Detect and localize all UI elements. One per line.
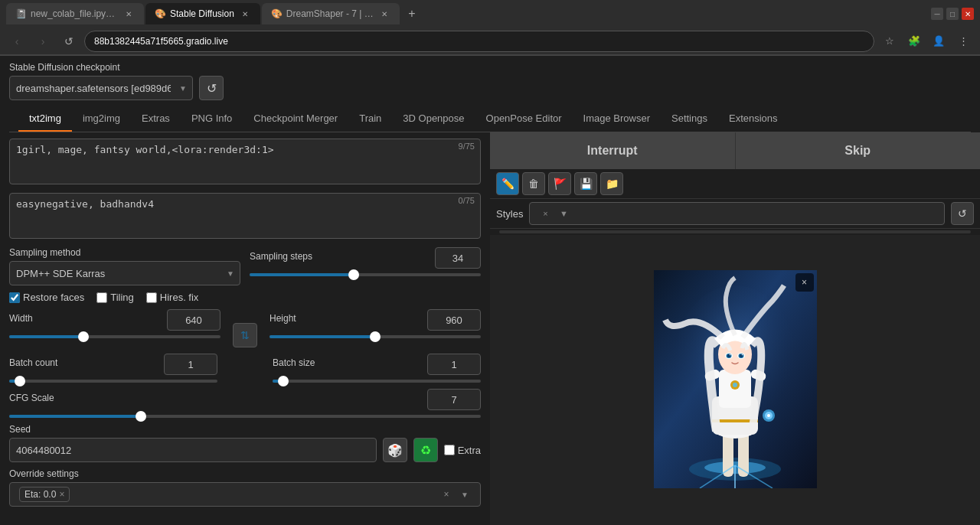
sampling-steps-label: Sampling steps — [250, 251, 312, 262]
edit-toolbar-button[interactable]: ✏️ — [496, 172, 519, 195]
checkpoint-select-wrapper: dreamshaper.safetensors [ed989d673d] — [9, 76, 193, 100]
styles-input[interactable]: × ▼ — [529, 202, 945, 225]
checkpoint-select[interactable]: dreamshaper.safetensors [ed989d673d] — [9, 76, 193, 100]
width-value[interactable]: 640 — [167, 309, 220, 331]
swap-dimensions-button[interactable]: ⇅ — [233, 323, 257, 347]
address-bar[interactable]: 88b1382445a71f5665.gradio.live — [84, 31, 874, 52]
seed-recycle-button[interactable]: ♻ — [413, 438, 438, 462]
override-eta-tag[interactable]: Eta: 0.0 × — [19, 487, 70, 502]
menu-button[interactable]: ⋮ — [952, 31, 974, 52]
tab-openpose-editor[interactable]: OpenPose Editor — [475, 106, 573, 132]
override-input-area[interactable]: Eta: 0.0 × × ▼ — [9, 482, 481, 507]
maximize-button[interactable]: □ — [946, 8, 959, 20]
tab-colab-close[interactable]: ✕ — [122, 8, 135, 20]
extra-checkbox[interactable]: Extra — [444, 445, 481, 456]
close-button[interactable]: ✕ — [962, 8, 974, 20]
tab-dreamshaper-close[interactable]: ✕ — [378, 8, 390, 20]
restore-faces-checkbox[interactable]: Restore faces — [9, 292, 84, 303]
new-tab-button[interactable]: + — [401, 3, 423, 24]
tab-img2img[interactable]: img2img — [72, 106, 131, 132]
hires-fix-input[interactable] — [146, 292, 157, 303]
tab-png-info[interactable]: PNG Info — [181, 106, 243, 132]
checkpoint-refresh-button[interactable]: ↺ — [199, 76, 224, 100]
skip-button[interactable]: Skip — [736, 132, 981, 169]
override-clear-button[interactable]: × — [437, 485, 456, 504]
sampling-steps-section: Sampling steps 34 — [250, 247, 481, 276]
minimize-button[interactable]: ─ — [931, 8, 943, 20]
bookmark-button[interactable]: ☆ — [879, 31, 900, 52]
positive-prompt-input[interactable] — [9, 139, 481, 184]
styles-dropdown-button[interactable]: ▼ — [554, 204, 573, 223]
save-toolbar-button[interactable]: 💾 — [574, 172, 597, 195]
svg-point-11 — [733, 383, 737, 387]
batch-size-slider[interactable] — [273, 380, 481, 383]
tab-stable-diffusion[interactable]: 🎨 Stable Diffusion ✕ — [145, 3, 260, 24]
sampling-method-select[interactable]: DPM++ SDE Karras — [9, 261, 240, 285]
height-slider[interactable] — [270, 335, 481, 338]
batch-size-thumb[interactable] — [278, 376, 289, 386]
tab-colab[interactable]: 📓 new_colab_file.ipynb - Colabora... ✕ — [6, 3, 144, 24]
sampling-method-section: Sampling method DPM++ SDE Karras — [9, 247, 240, 285]
sampling-steps-slider[interactable] — [250, 273, 481, 276]
tab-settings[interactable]: Settings — [661, 106, 718, 132]
tab-colab-title: new_colab_file.ipynb - Colabora... — [31, 8, 118, 19]
tab-extras[interactable]: Extras — [131, 106, 181, 132]
tab-txt2img[interactable]: txt2img — [18, 106, 72, 132]
sampling-steps-thumb[interactable] — [348, 269, 359, 280]
tab-checkpoint-merger[interactable]: Checkpoint Merger — [243, 106, 348, 132]
batch-count-header: Batch count 1 — [9, 354, 217, 375]
styles-refresh-button[interactable]: ↺ — [951, 202, 974, 225]
tab-sd-close[interactable]: ✕ — [239, 8, 251, 20]
folder-toolbar-button[interactable]: 📁 — [600, 172, 623, 195]
swap-section: ⇅ — [233, 309, 257, 347]
cfg-fill — [9, 415, 141, 418]
tab-colab-favicon: 📓 — [15, 8, 26, 19]
batch-count-thumb[interactable] — [15, 376, 25, 386]
seed-dice-button[interactable]: 🎲 — [383, 438, 407, 462]
width-section: Width 640 — [9, 309, 220, 347]
sampling-steps-fill — [250, 273, 354, 276]
negative-prompt-input[interactable] — [9, 193, 481, 239]
cfg-thumb[interactable] — [136, 411, 146, 422]
cfg-value[interactable]: 7 — [427, 389, 481, 410]
override-eta-close[interactable]: × — [59, 489, 64, 500]
tab-train[interactable]: Train — [348, 106, 392, 132]
hires-fix-checkbox[interactable]: Hires. fix — [146, 292, 199, 303]
override-label: Override settings — [9, 468, 481, 479]
seed-input[interactable] — [9, 438, 377, 462]
tiling-checkbox[interactable]: Tiling — [96, 292, 134, 303]
tab-dreamshaper[interactable]: 🎨 DreamShaper - 7 | Stable Diffusio... ✕ — [262, 3, 400, 24]
profile-button[interactable]: 👤 — [928, 31, 949, 52]
batch-count-slider[interactable] — [9, 380, 217, 383]
close-image-button[interactable]: × — [795, 273, 814, 292]
height-value[interactable]: 960 — [427, 309, 481, 331]
positive-prompt-area: 9/75 — [9, 139, 481, 187]
tab-dreamshaper-title: DreamShaper - 7 | Stable Diffusio... — [286, 8, 374, 19]
width-thumb[interactable] — [78, 331, 89, 342]
tiling-input[interactable] — [96, 292, 107, 303]
width-slider[interactable] — [9, 335, 220, 338]
batch-count-value[interactable]: 1 — [164, 354, 217, 375]
cfg-slider[interactable] — [9, 415, 481, 418]
extra-checkbox-input[interactable] — [444, 445, 455, 455]
styles-clear-button[interactable]: × — [536, 204, 554, 223]
override-dropdown-button[interactable]: ▼ — [456, 485, 474, 504]
right-toolbar: ✏️ 🗑 🚩 💾 📁 — [490, 169, 980, 199]
width-label: Width — [9, 313, 33, 324]
sampling-steps-value[interactable]: 34 — [435, 247, 481, 269]
forward-button[interactable]: › — [32, 31, 54, 52]
tab-image-browser[interactable]: Image Browser — [573, 106, 661, 132]
tab-extensions[interactable]: Extensions — [718, 106, 789, 132]
refresh-nav-button[interactable]: ↺ — [58, 31, 80, 52]
back-button[interactable]: ‹ — [6, 31, 28, 52]
trash-toolbar-button[interactable]: 🗑 — [522, 172, 545, 195]
restore-faces-input[interactable] — [9, 292, 20, 303]
extensions-button[interactable]: 🧩 — [903, 31, 925, 52]
cfg-scale-row: CFG Scale 7 — [9, 389, 481, 418]
tab-3d-openpose[interactable]: 3D Openpose — [392, 106, 475, 132]
flag-toolbar-button[interactable]: 🚩 — [548, 172, 571, 195]
interrupt-button[interactable]: Interrupt — [490, 132, 736, 169]
batch-size-value[interactable]: 1 — [427, 354, 481, 375]
height-thumb[interactable] — [370, 331, 381, 342]
top-section: Stable Diffusion checkpoint dreamshaper.… — [0, 56, 980, 132]
